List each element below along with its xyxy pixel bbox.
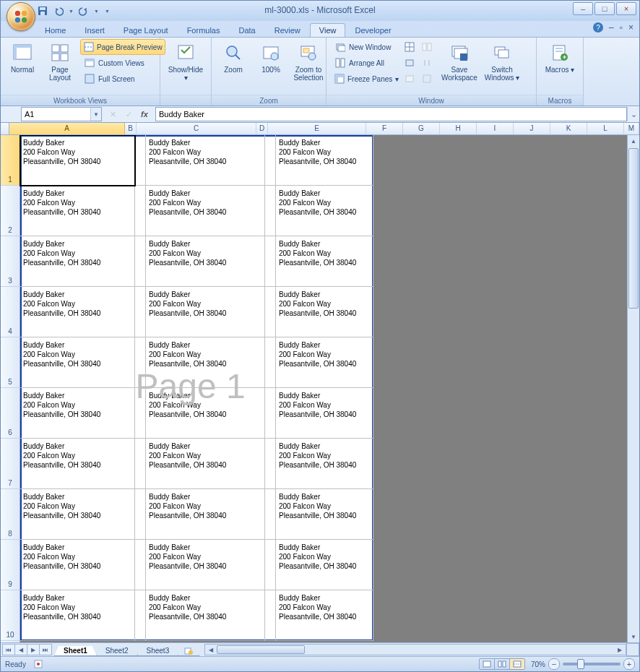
tab-developer[interactable]: Developer: [345, 23, 400, 37]
col-header-B[interactable]: B: [125, 123, 137, 134]
row-header-9[interactable]: 9: [1, 540, 20, 590]
zoom-button[interactable]: Zoom: [215, 39, 252, 76]
col-header-A[interactable]: A: [9, 123, 125, 134]
gap-cell[interactable]: [265, 489, 276, 540]
formula-input[interactable]: Buddy Baker: [155, 107, 627, 121]
redo-dropdown-icon[interactable]: ▼: [94, 9, 99, 14]
name-box[interactable]: A1 ▼: [21, 107, 102, 121]
save-workspace-button[interactable]: Save Workspace: [438, 39, 481, 84]
gap-cell[interactable]: [265, 388, 276, 439]
save-icon[interactable]: [37, 5, 48, 17]
gap-cell[interactable]: [135, 186, 146, 236]
zoom-slider[interactable]: [563, 663, 620, 665]
label-cell[interactable]: Buddy Baker200 Falcon WayPleasantville, …: [20, 590, 135, 641]
sheet-tab-sheet2[interactable]: Sheet2: [96, 646, 138, 656]
col-header-E[interactable]: E: [268, 123, 366, 134]
undo-dropdown-icon[interactable]: ▼: [69, 9, 74, 14]
gap-cell[interactable]: [135, 590, 146, 641]
label-cell[interactable]: Buddy Baker200 Falcon WayPleasantville, …: [20, 540, 135, 590]
label-cell[interactable]: Buddy Baker200 Falcon WayPleasantville, …: [146, 439, 265, 489]
select-all-corner[interactable]: [1, 123, 9, 134]
col-header-J[interactable]: J: [514, 123, 550, 134]
label-cell[interactable]: Buddy Baker200 Falcon WayPleasantville, …: [146, 540, 265, 590]
row-header-11[interactable]: 11: [1, 641, 20, 642]
help-icon[interactable]: ?: [593, 22, 603, 33]
tab-data[interactable]: Data: [229, 23, 264, 37]
split-button[interactable]: [402, 39, 418, 55]
row-header-2[interactable]: 2: [1, 186, 20, 236]
normal-shortcut[interactable]: [480, 659, 495, 669]
horizontal-scrollbar[interactable]: ◀ ▶: [204, 644, 626, 655]
sheet-tab-sheet3[interactable]: Sheet3: [137, 646, 179, 656]
gap-cell[interactable]: [135, 135, 146, 186]
row-header-10[interactable]: 10: [1, 590, 20, 641]
minimize-button[interactable]: –: [573, 2, 593, 15]
tab-review[interactable]: Review: [265, 23, 310, 37]
vertical-scrollbar[interactable]: ▲ ▼: [627, 135, 639, 642]
row-header-6[interactable]: 6: [1, 388, 20, 439]
sheet-nav-first[interactable]: ⏮: [2, 644, 15, 655]
reset-pos-button[interactable]: [419, 71, 435, 87]
doc-close-icon[interactable]: ×: [628, 22, 633, 33]
gap-cell[interactable]: [135, 540, 146, 590]
show-hide-button[interactable]: Show/Hide ▾: [163, 39, 208, 84]
insert-sheet-tab[interactable]: [178, 647, 199, 656]
fx-icon[interactable]: fx: [138, 108, 151, 121]
label-cell[interactable]: Buddy Baker200 Falcon WayPleasantville, …: [276, 186, 373, 236]
label-cell[interactable]: Buddy Baker200 Falcon WayPleasantville, …: [20, 236, 135, 287]
col-header-D[interactable]: D: [256, 123, 268, 134]
doc-minimize-icon[interactable]: –: [609, 22, 614, 33]
switch-windows-button[interactable]: Switch Windows ▾: [481, 39, 523, 84]
label-cell[interactable]: Buddy Baker200 Falcon WayPleasantville, …: [276, 287, 373, 337]
page-break-preview-button[interactable]: Page Break Preview: [80, 39, 165, 55]
gap-cell[interactable]: [135, 489, 146, 540]
label-cell[interactable]: Buddy Baker200 Falcon WayPleasantville, …: [20, 186, 135, 236]
page-layout-shortcut[interactable]: [495, 659, 510, 669]
gap-cell[interactable]: [265, 590, 276, 641]
page-layout-view-button[interactable]: Page Layout: [41, 39, 79, 84]
label-cell[interactable]: Buddy Baker200 Falcon WayPleasantville, …: [146, 388, 265, 439]
new-window-button[interactable]: New Window: [331, 39, 400, 55]
col-header-H[interactable]: H: [440, 123, 477, 134]
label-cell[interactable]: Buddy Baker200 Falcon WayPleasantville, …: [276, 388, 373, 439]
formula-bar-expand-icon[interactable]: ⌄: [627, 107, 639, 121]
freeze-panes-button[interactable]: Freeze Panes ▾: [331, 71, 400, 87]
row-header-3[interactable]: 3: [1, 236, 20, 287]
row-header-1[interactable]: 1: [1, 135, 20, 186]
sheet-nav-last[interactable]: ⏭: [39, 644, 52, 655]
gap-cell[interactable]: [135, 236, 146, 287]
full-screen-button[interactable]: Full Screen: [80, 71, 165, 87]
gap-cell[interactable]: [265, 287, 276, 337]
label-cell[interactable]: Buddy Baker200 Falcon WayPleasantville, …: [276, 135, 373, 186]
sheet-tab-sheet1[interactable]: Sheet1: [54, 646, 97, 656]
gap-cell[interactable]: [265, 236, 276, 287]
label-cell[interactable]: Buddy Baker200 Falcon WayPleasantville, …: [276, 236, 373, 287]
tab-formulas[interactable]: Formulas: [178, 23, 230, 37]
label-cell[interactable]: Buddy Baker200 Falcon WayPleasantville, …: [146, 135, 265, 186]
qat-customize-icon[interactable]: ▼: [105, 9, 110, 14]
scroll-left-icon[interactable]: ◀: [205, 645, 217, 655]
vscroll-thumb[interactable]: [628, 148, 639, 309]
label-cell[interactable]: Buddy Baker200 Falcon WayPleasantville, …: [20, 135, 135, 186]
col-header-G[interactable]: G: [403, 123, 440, 134]
label-cell[interactable]: Buddy Baker200 Falcon WayPleasantville, …: [20, 489, 135, 540]
custom-views-button[interactable]: Custom Views: [80, 55, 165, 71]
label-cell[interactable]: Buddy Baker200 Falcon WayPleasantville, …: [146, 236, 265, 287]
gap-cell[interactable]: [135, 337, 146, 388]
unhide-button[interactable]: [402, 71, 418, 87]
redo-icon[interactable]: [78, 5, 90, 17]
label-cell[interactable]: Buddy Baker200 Falcon WayPleasantville, …: [146, 287, 265, 337]
zoom-100-button[interactable]: 100%: [252, 39, 290, 76]
sync-scroll-button[interactable]: [419, 55, 435, 71]
sheet-nav-next[interactable]: ▶: [27, 644, 40, 655]
label-cell[interactable]: Buddy Baker200 Falcon WayPleasantville, …: [146, 186, 265, 236]
gap-cell[interactable]: [135, 287, 146, 337]
col-header-F[interactable]: F: [366, 123, 403, 134]
close-button[interactable]: ×: [616, 2, 636, 15]
col-header-I[interactable]: I: [477, 123, 514, 134]
label-cell[interactable]: Buddy Baker200 Falcon WayPleasantville, …: [146, 489, 265, 540]
scroll-down-icon[interactable]: ▼: [628, 631, 639, 642]
label-cell[interactable]: Buddy Baker200 Falcon WayPleasantville, …: [20, 388, 135, 439]
zoom-thumb[interactable]: [577, 659, 584, 669]
row-header-7[interactable]: 7: [1, 439, 20, 489]
